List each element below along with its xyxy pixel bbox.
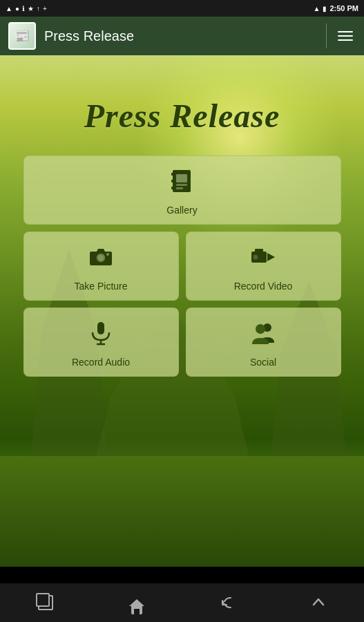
menu-line-1 [338,31,353,32]
camera-svg [87,243,115,271]
signal-icon: ▲ [6,5,12,12]
app-bar: Press Release [0,17,364,55]
middle-row: Take Picture Record Video [23,232,341,301]
svg-marker-13 [267,253,275,261]
content: Press Release Gallery [0,55,364,567]
svg-point-11 [253,254,258,260]
svg-rect-2 [171,180,174,182]
info-icon: ℹ [22,5,25,12]
svg-rect-14 [97,322,104,334]
svg-rect-1 [171,173,174,176]
video-svg [249,243,277,271]
svg-rect-4 [176,174,187,182]
record-audio-label: Record Audio [72,357,130,368]
notification-icon: ● [15,5,19,12]
record-audio-button[interactable]: Record Audio [23,308,179,377]
social-label: Social [250,357,276,368]
gallery-svg [169,167,196,195]
record-video-button[interactable]: Record Video [186,232,341,301]
bookmark-icon: ★ [28,5,34,12]
svg-point-8 [98,255,104,261]
record-video-label: Record Video [234,281,293,292]
app-icon-inner [10,23,35,48]
take-picture-label: Take Picture [74,281,127,292]
app-bar-divider [326,23,327,48]
camera-icon [87,243,115,275]
menu-line-2 [338,35,353,37]
svg-point-9 [106,253,109,256]
up-icon [311,595,326,610]
gallery-button[interactable]: Gallery [23,156,341,225]
back-icon [220,595,235,610]
social-icon [249,319,277,351]
social-svg [249,319,277,347]
home-icon [129,599,144,606]
status-icons-right: ▲ ▮ 2:50 PM [314,4,358,12]
plus-icon: + [43,5,47,12]
take-picture-button[interactable]: Take Picture [23,232,179,301]
app-icon [8,22,36,50]
gallery-icon [169,167,196,199]
nav-bar [0,583,364,622]
mic-icon [87,319,115,351]
arrow-icon: ↑ [37,5,40,12]
battery-icon: ▮ [323,5,327,12]
menu-line-3 [338,39,353,41]
status-icons-left: ▲ ● ℹ ★ ↑ + [6,5,47,12]
up-button[interactable] [291,589,346,616]
gallery-label: Gallery [166,205,197,216]
menu-button[interactable] [335,28,356,44]
video-icon [249,243,277,275]
recent-apps-icon [38,595,53,610]
app-title: Press Release [44,28,326,44]
buttons-container: Gallery Take Picture [23,156,341,377]
wifi-icon: ▲ [314,5,320,12]
svg-rect-5 [176,184,187,186]
svg-rect-12 [255,249,263,252]
recent-apps-button[interactable] [18,589,73,616]
press-release-title: Press Release [84,97,280,135]
bottom-row: Record Audio Social [23,308,341,377]
svg-rect-3 [171,187,174,189]
back-button[interactable] [200,589,255,616]
gallery-row: Gallery [23,156,341,225]
home-button[interactable] [109,589,164,616]
svg-rect-6 [176,187,183,189]
svg-point-18 [256,324,265,334]
social-button[interactable]: Social [186,308,341,377]
status-time: 2:50 PM [329,4,358,12]
status-bar: ▲ ● ℹ ★ ↑ + ▲ ▮ 2:50 PM [0,0,364,17]
mic-svg [87,319,115,347]
